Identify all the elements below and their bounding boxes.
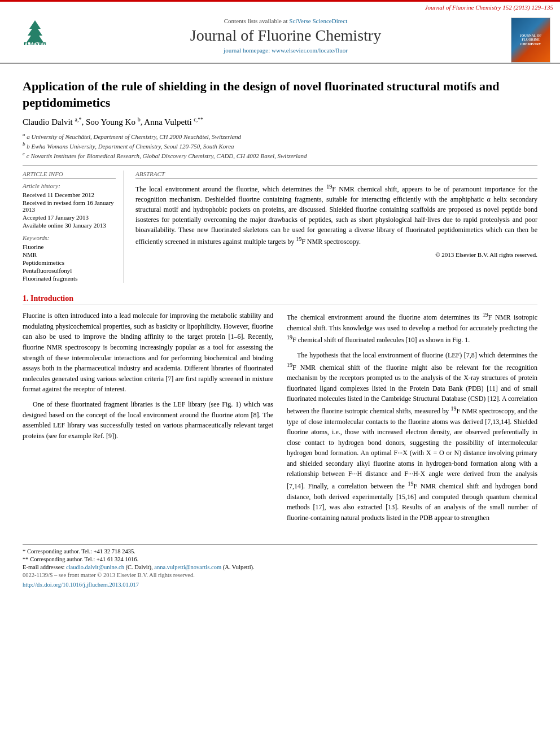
footnote-1: * Corresponding author. Tel.: +41 32 718… bbox=[23, 548, 537, 554]
email-1-link[interactable]: claudio.dalvit@unine.ch bbox=[66, 564, 124, 570]
doi-link[interactable]: http://dx.doi.org/10.1016/j.jfluchem.201… bbox=[23, 582, 139, 588]
body-col-right: The chemical environment around the fluo… bbox=[287, 311, 537, 527]
keywords-label: Keywords: bbox=[23, 234, 116, 241]
footer-section: * Corresponding author. Tel.: +41 32 718… bbox=[23, 544, 537, 588]
doi-line: http://dx.doi.org/10.1016/j.jfluchem.201… bbox=[23, 582, 537, 588]
affiliation-2: b b Ewha Womans University, Department o… bbox=[23, 141, 537, 150]
info-abstract-section: ARTICLE INFO Article history: Received 1… bbox=[23, 165, 537, 283]
email-1-name: (C. Dalvit), bbox=[126, 564, 153, 570]
history-received: Received 11 December 2012 bbox=[23, 191, 116, 198]
journal-cover-icon: JOURNAL OFFLUORINECHEMISTRY bbox=[511, 18, 550, 63]
affiliation-1: a a University of Neuchâtel, Department … bbox=[23, 132, 537, 140]
body-para-4: The hypothesis that the local environmen… bbox=[287, 350, 537, 523]
introduction-section: 1. Introduction Fluorine is often introd… bbox=[23, 294, 537, 527]
abstract-label: ABSTRACT bbox=[135, 171, 537, 179]
article-info: ARTICLE INFO Article history: Received 1… bbox=[23, 171, 124, 283]
abstract-copyright: © 2013 Elsevier B.V. All rights reserved… bbox=[135, 251, 537, 258]
body-col-left: Fluorine is often introduced into a lead… bbox=[23, 311, 273, 527]
issn-line: 0022-1139/$ – see front matter © 2013 El… bbox=[23, 572, 537, 578]
keyword-fluorine: Fluorine bbox=[23, 243, 116, 250]
body-columns: Fluorine is often introduced into a lead… bbox=[23, 311, 537, 527]
body-para-3: The chemical environment around the fluo… bbox=[287, 311, 537, 346]
keyword-nmr: NMR bbox=[23, 251, 116, 258]
header-right: JOURNAL OFFLUORINECHEMISTRY bbox=[508, 18, 553, 63]
history-revised: Received in revised form 16 January 2013 bbox=[23, 199, 116, 213]
journal-header: ELSEVIER Contents lists available at Sci… bbox=[0, 13, 560, 64]
affiliation-3: c c Novartis Institutes for Biomedical R… bbox=[23, 151, 537, 159]
journal-reference: Journal of Fluorine Chemistry 152 (2013)… bbox=[425, 4, 553, 11]
keyword-fluorinated-fragments: Fluorinated fragments bbox=[23, 275, 116, 282]
email-label: E-mail addresses: bbox=[23, 564, 64, 570]
email-2-name: (A. Vulpetti). bbox=[223, 564, 255, 570]
affiliations: a a University of Neuchâtel, Department … bbox=[23, 132, 537, 159]
elsevier-logo-icon: ELSEVIER bbox=[10, 18, 60, 46]
authors-line: Claudio Dalvit a,*, Soo Young Ko b, Anna… bbox=[23, 116, 537, 127]
svg-text:ELSEVIER: ELSEVIER bbox=[24, 41, 46, 46]
homepage-link[interactable]: journal homepage: www.elsevier.com/locat… bbox=[224, 47, 348, 54]
introduction-heading: 1. Introduction bbox=[23, 294, 537, 305]
history-label: Article history: bbox=[23, 182, 116, 189]
tested-text: tested bbox=[135, 421, 151, 429]
main-content: Application of the rule of shielding in … bbox=[0, 64, 560, 599]
keyword-pentafluorosulfonyl: Pentafluorosulfonyl bbox=[23, 267, 116, 274]
body-para-2: One of these fluorinated fragment librar… bbox=[23, 399, 273, 441]
also-extracted-text: also extracted bbox=[343, 503, 382, 511]
header-left: ELSEVIER bbox=[7, 18, 63, 46]
abstract-text: The local environment around the fluorin… bbox=[135, 182, 537, 247]
article-title: Application of the rule of shielding in … bbox=[23, 78, 537, 111]
email-line: E-mail addresses: claudio.dalvit@unine.c… bbox=[23, 564, 537, 570]
sciverse-link[interactable]: SciVerse ScienceDirect bbox=[289, 18, 347, 24]
keyword-peptidomimetics: Peptidomimetics bbox=[23, 259, 116, 266]
footnote-2: ** Corresponding author. Tel.: +41 61 32… bbox=[23, 556, 537, 562]
top-bar: Journal of Fluorine Chemistry 152 (2013)… bbox=[0, 0, 560, 13]
article-info-label: ARTICLE INFO bbox=[23, 171, 116, 179]
email-2-link[interactable]: anna.vulpetti@novartis.com bbox=[154, 564, 221, 570]
sciverse-line: Contents lists available at SciVerse Sci… bbox=[69, 18, 502, 24]
header-center: Contents lists available at SciVerse Sci… bbox=[69, 18, 502, 58]
history-accepted: Accepted 17 January 2013 bbox=[23, 214, 116, 221]
body-para-1: Fluorine is often introduced into a lead… bbox=[23, 311, 273, 395]
abstract-section: ABSTRACT The local environment around th… bbox=[135, 171, 537, 283]
homepage-line: journal homepage: www.elsevier.com/locat… bbox=[69, 47, 502, 54]
journal-title: Journal of Fluorine Chemistry bbox=[69, 27, 502, 45]
history-online: Available online 30 January 2013 bbox=[23, 222, 116, 229]
